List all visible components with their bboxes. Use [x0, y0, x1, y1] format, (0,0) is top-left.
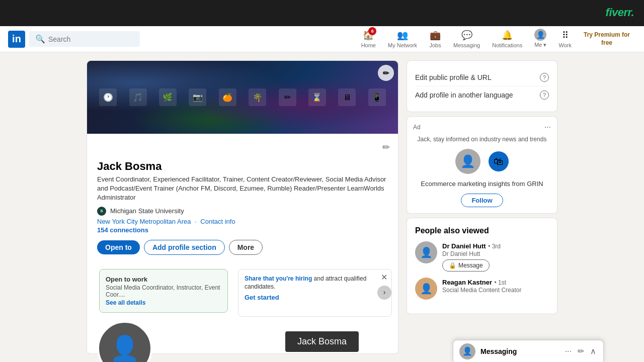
profile-avatar: 👤	[97, 321, 152, 362]
open-to-work-content: Open to work Social Media Coordinator, I…	[106, 276, 221, 306]
see-all-details-link[interactable]: See all details	[106, 299, 221, 306]
edit-profile-help-icon[interactable]: ?	[540, 73, 549, 82]
msu-icon: S	[97, 207, 106, 216]
home-label: Home	[361, 42, 376, 48]
nav-me[interactable]: 👤 Me ▾	[528, 26, 552, 52]
edit-profile-label: Edit public profile & URL	[415, 73, 492, 81]
nav-items: 🏠 6 Home 👥 My Network 💼 Jobs 💬 Messaging…	[355, 26, 636, 52]
nav-bar: in 🔍 🏠 6 Home 👥 My Network 💼 Jobs 💬 Mess…	[0, 26, 644, 52]
ad-card: Ad ··· Jack, stay informed on industry n…	[407, 116, 557, 214]
people-also-viewed-card: People also viewed 👤 Dr Daniel Hutt • 3r…	[407, 218, 557, 314]
messaging-actions: ··· ✏ ∧	[564, 345, 597, 357]
get-started-link[interactable]: Get started	[245, 293, 385, 302]
ad-company-avatar: 🛍	[489, 151, 509, 171]
notifications-icon: 🔔	[501, 29, 513, 41]
cover-item-6: 🌴	[249, 88, 266, 106]
hire-banner: ✕ Share that you're hiring and attract q…	[238, 269, 392, 317]
fiverr-logo: fiverr.	[606, 6, 634, 19]
profile-bottom-row: Open to work Social Media Coordinator, I…	[87, 269, 398, 321]
open-to-button[interactable]: Open to	[97, 240, 140, 254]
cover-item-4: 📷	[189, 88, 206, 106]
profile-meta: S Michigan State University	[97, 207, 388, 216]
contact-info-link[interactable]: Contact info	[200, 218, 235, 225]
hire-banner-text: Share that you're hiring and attract qua…	[245, 275, 385, 292]
add-language-link[interactable]: Add profile in another language ?	[415, 86, 549, 104]
person-name-link-1[interactable]: Dr Daniel Hutt	[442, 242, 486, 250]
open-to-work-wrapper: Open to work Social Media Coordinator, I…	[93, 269, 234, 317]
ad-options-icon[interactable]: ···	[544, 123, 551, 132]
message-button-1[interactable]: 🔒 Message	[442, 259, 490, 272]
messaging-label: Messaging	[453, 42, 480, 48]
edit-open-to-work-button[interactable]: ✏	[378, 65, 394, 81]
search-icon: 🔍	[35, 34, 45, 44]
network-label: My Network	[388, 42, 417, 48]
messaging-options-button[interactable]: ···	[564, 346, 573, 357]
premium-label: Try Premium for	[584, 31, 630, 39]
search-box[interactable]: 🔍	[29, 31, 140, 47]
ad-follow-button[interactable]: Follow	[461, 194, 503, 207]
nav-work[interactable]: ⠿ Work	[553, 26, 578, 52]
premium-sub: free	[584, 39, 630, 47]
profile-education: Michigan State University	[110, 207, 184, 215]
top-bar-overlay	[0, 0, 644, 26]
me-label: Me ▾	[534, 42, 546, 48]
person-item-2: 👤 Reagan Kastner • 1st Social Media Cont…	[415, 278, 549, 300]
nav-network[interactable]: 👥 My Network	[382, 26, 423, 52]
jobs-icon: 💼	[429, 29, 441, 41]
cover-item-3: 🌿	[159, 88, 177, 106]
ad-header: Ad ···	[413, 123, 551, 132]
share-hiring-link[interactable]: Share that you're hiring	[245, 275, 312, 282]
notifications-label: Notifications	[492, 42, 522, 48]
main-content: 🕐 🎵 🌿 📷 🍊 🌴 ✏ ⌛ 🖥 📱 ✏ 👤 ✏ Jack Bosma Eve…	[0, 52, 644, 362]
person-degree-1: • 3rd	[488, 243, 501, 250]
person-name-1: Dr Daniel Hutt • 3rd	[442, 241, 549, 250]
person-avatar-1: 👤	[415, 241, 437, 263]
nav-messaging[interactable]: 💬 Messaging	[447, 26, 486, 52]
add-section-button[interactable]: Add profile section	[144, 240, 225, 255]
profile-headline: Event Coordinator, Experienced Facilitat…	[97, 175, 388, 203]
person-info-1: Dr Daniel Hutt • 3rd Dr Daniel Hutt 🔒 Me…	[442, 241, 549, 272]
lock-icon-1: 🔒	[449, 262, 456, 269]
home-badge: 6	[368, 27, 376, 35]
hire-banner-arrow[interactable]: ›	[377, 286, 391, 300]
cover-item-7: ✏	[279, 88, 296, 106]
cover-item-8: ⌛	[308, 88, 326, 106]
ad-user-avatar: 👤	[455, 149, 480, 174]
hire-banner-close-button[interactable]: ✕	[381, 273, 387, 282]
message-label-1: Message	[458, 262, 483, 269]
add-language-help-icon[interactable]: ?	[540, 90, 549, 100]
messaging-icon: 💬	[461, 29, 473, 41]
nav-home[interactable]: 🏠 6 Home	[355, 26, 382, 52]
people-viewed-title: People also viewed	[415, 226, 549, 235]
premium-button[interactable]: Try Premium for free	[578, 31, 636, 47]
person-title-1: Dr Daniel Hutt	[442, 250, 549, 257]
messaging-popup-avatar: 👤	[459, 343, 475, 359]
work-icon: ⠿	[559, 29, 571, 41]
more-button[interactable]: More	[229, 240, 263, 255]
linkedin-logo[interactable]: in	[8, 31, 25, 48]
connections-link[interactable]: 154 connections	[97, 226, 388, 234]
add-language-label: Add profile in another language	[415, 91, 513, 99]
cover-item-5: 🍊	[219, 88, 236, 106]
nav-notifications[interactable]: 🔔 Notifications	[486, 26, 528, 52]
messaging-minimize-button[interactable]: ∧	[589, 345, 597, 357]
work-label: Work	[559, 42, 572, 48]
fiverr-label: fiverr.	[606, 6, 634, 19]
person-info-2: Reagan Kastner • 1st Social Media Conten…	[442, 278, 549, 294]
messaging-compose-button[interactable]: ✏	[577, 345, 585, 357]
person-item-1: 👤 Dr Daniel Hutt • 3rd Dr Daniel Hutt 🔒 …	[415, 241, 549, 272]
nav-jobs[interactable]: 💼 Jobs	[423, 26, 447, 52]
messaging-popup-label: Messaging	[480, 347, 559, 355]
cover-item-2: 🎵	[129, 88, 147, 106]
home-icon: 🏠 6	[362, 29, 374, 41]
search-input[interactable]	[48, 35, 134, 43]
me-avatar: 👤	[534, 29, 546, 41]
profile-name: Jack Bosma	[97, 160, 388, 173]
edit-profile-button[interactable]: ✏	[382, 142, 390, 153]
cover-item-10: 📱	[368, 88, 386, 106]
profile-actions: Open to Add profile section More	[97, 240, 388, 255]
ad-avatars: 👤 🛍	[413, 149, 551, 174]
person-name-link-2[interactable]: Reagan Kastner	[442, 279, 492, 286]
cover-item-9: 🖥	[338, 88, 356, 106]
edit-public-profile-link[interactable]: Edit public profile & URL ?	[415, 69, 549, 86]
